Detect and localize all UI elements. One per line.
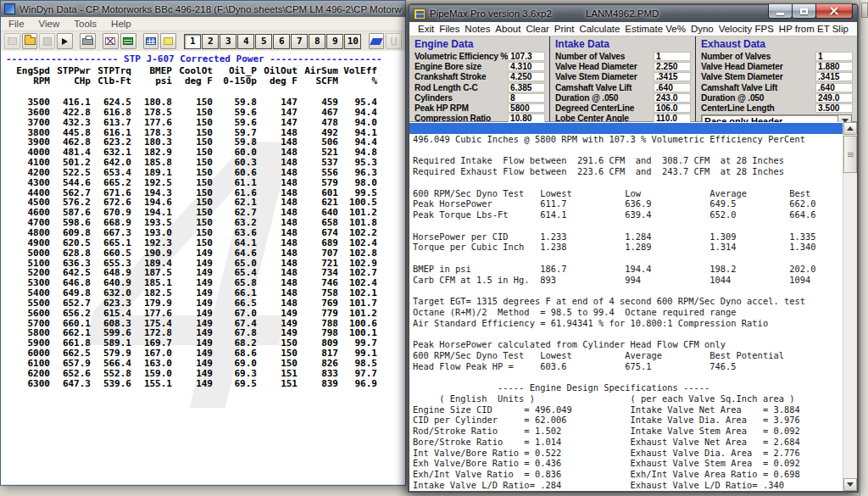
attach-button[interactable] (386, 33, 402, 49)
table-cell: 178.5 (131, 108, 172, 118)
output-line: Required Exhaust Flow between 223.6 CFM … (413, 166, 843, 177)
field-value-camshaft-valve-lift[interactable]: .640 (654, 83, 691, 92)
pipemax-menu-dyno[interactable]: Dyno (691, 24, 714, 34)
scrollbar-thumb[interactable] (843, 136, 857, 173)
output-line: ( English Units ) ( per each Valve Sq.In… (413, 393, 843, 404)
page-button-2[interactable]: 2 (202, 34, 219, 49)
output-line: 600 RPM/Sec Dyno Test Lowest Average Bes… (413, 350, 843, 361)
note-icon (164, 37, 173, 45)
toolbar-separator (97, 41, 101, 42)
field-value-crankshaft-stroke[interactable]: 4.250 (508, 72, 545, 81)
open-file-button[interactable] (22, 33, 38, 49)
chart-icon (105, 37, 115, 45)
field-value-number-of-valves[interactable]: 1 (654, 52, 691, 61)
page-button-6[interactable]: 6 (273, 34, 290, 49)
pipemax-menu-files[interactable]: Files (439, 24, 459, 34)
page-button-7[interactable]: 7 (291, 34, 308, 49)
field-value-valve-stem-diameter[interactable]: .3415 (654, 72, 691, 81)
page-button-4[interactable]: 4 (237, 34, 254, 49)
page-button-9[interactable]: 9 (326, 34, 343, 49)
field-value-valve-head-diameter[interactable]: 1.880 (815, 62, 853, 71)
table-cell: 147 (257, 108, 298, 118)
pen-tool-button[interactable] (369, 33, 385, 49)
field-label-cylinders: Cylinders (415, 93, 453, 103)
field-value-duration-050[interactable]: 243.0 (654, 93, 691, 103)
field-value-engine-bore-size[interactable]: 4.310 (508, 62, 545, 71)
field-value-valve-stem-diameter[interactable]: .3415 (815, 72, 853, 81)
selected-line (409, 123, 843, 134)
windyn-menubar: FileViewToolsHelp (1, 17, 405, 31)
document-icon (8, 37, 17, 45)
table-cell: 149 (172, 298, 213, 309)
field-label-camshaft-valve-lift: Camshaft Valve Lift (701, 83, 777, 92)
import-button[interactable] (4, 33, 20, 49)
pipemax-menu-hp-from-et-slip[interactable]: HP from ET Slip (779, 24, 849, 34)
table-cell: 653.4 (91, 168, 131, 178)
play-button[interactable] (57, 33, 73, 49)
table-cell: 556 (298, 168, 338, 178)
windyn-menu-help[interactable]: Help (111, 19, 131, 29)
results-text[interactable]: 496.049 Cubic Inches @ 5800 RPM with 107… (409, 122, 843, 491)
field-value-peak-hp-rpm[interactable]: 5800 (508, 103, 545, 113)
table-cell: 149 (172, 309, 213, 319)
page-button-1[interactable]: 1 (184, 34, 201, 49)
field-value-cylinders[interactable]: 8 (508, 93, 545, 103)
table-cell: 59.6 (213, 108, 257, 118)
maximize-button[interactable] (792, 4, 816, 19)
pipemax-menu-estimate-ve[interactable]: Estimate Ve% (625, 24, 686, 34)
field-value-volumetric-efficiency[interactable]: 107.3 (508, 52, 545, 61)
page-button-8[interactable]: 8 (309, 34, 326, 49)
panel-title: Exhaust Data (701, 38, 853, 50)
save-button[interactable] (39, 33, 55, 49)
pipemax-menu-clear[interactable]: Clear (526, 24, 548, 34)
pipemax-menu-notes[interactable]: Notes (465, 24, 490, 34)
output-line: Peak Torque Lbs-Ft 614.1 639.4 652.0 664… (413, 209, 843, 220)
table-row: 4200522.5653.4189.115060.614855696.3 (6, 168, 405, 178)
minimize-button[interactable] (768, 4, 793, 19)
table-cell: 623.3 (91, 298, 131, 309)
table-cell: 826 (298, 359, 338, 369)
field-value-centerline-length[interactable]: 3.500 (815, 103, 853, 113)
field-label-duration-050: Duration @ .050 (555, 93, 618, 103)
table-cell: 190.9 (131, 248, 172, 259)
field-value-duration-050[interactable]: 249.0 (815, 93, 853, 103)
page-button-10[interactable]: 10 (344, 34, 361, 49)
output-line: Rod/Stroke Ratio = 1.502 Intake Valve St… (413, 426, 843, 437)
page-button-5[interactable]: 5 (255, 34, 272, 49)
graph-edit-button[interactable] (103, 33, 119, 49)
page-button-3[interactable]: 3 (220, 34, 236, 49)
grid-view-button[interactable] (143, 33, 159, 49)
field-row: Duration @ .050243.0 (555, 92, 691, 103)
scroll-down-button[interactable] (843, 478, 857, 491)
pipemax-menu-calculate[interactable]: Calculate (579, 24, 620, 34)
pipemax-menu-print[interactable]: Print (554, 24, 575, 34)
field-value-rod-length-c-c[interactable]: 6.385 (508, 83, 545, 92)
field-label-camshaft-valve-lift: Camshaft Valve Lift (555, 83, 632, 92)
field-row: Cylinders8 (415, 92, 545, 103)
field-value-camshaft-valve-lift[interactable]: .640 (815, 83, 853, 92)
field-value-valve-head-diameter[interactable]: 2.250 (654, 62, 691, 71)
pipemax-titlebar[interactable]: PipeMax Pro version 3.6xp2 LANM4962.PMD (409, 5, 857, 22)
close-button[interactable] (815, 4, 853, 19)
sheet-edit-button[interactable] (120, 33, 136, 49)
table-cell: 647.3 (50, 379, 91, 389)
table-cell: 150 (172, 118, 213, 128)
windyn-menu-tools[interactable]: Tools (74, 19, 97, 29)
table-cell: 707 (298, 248, 338, 259)
notes-button[interactable] (160, 33, 176, 49)
table-cell: 657.9 (50, 359, 91, 369)
vertical-scrollbar[interactable] (843, 122, 857, 491)
windyn-menu-view[interactable]: View (39, 19, 60, 29)
field-value-degreed-centerline[interactable]: 106.0 (654, 103, 691, 113)
windyn-menu-file[interactable]: File (8, 19, 25, 29)
scroll-up-button[interactable] (843, 122, 857, 135)
pipemax-menu-exit[interactable]: Exit (418, 24, 434, 34)
print-button[interactable] (80, 33, 96, 49)
pipemax-menu-velocity-fps[interactable]: Velocity FPS (719, 24, 774, 34)
col-unit: RPM (6, 76, 50, 86)
table-cell: 539.6 (91, 379, 131, 389)
dyno-report-area[interactable]: 4 -------------------- STP J-607 Correct… (1, 51, 405, 484)
windyn-titlebar[interactable]: WinDyn Data - CP Motorworks BBc 496-218 … (1, 1, 405, 17)
pipemax-menu-about[interactable]: About (495, 24, 520, 34)
field-value-number-of-valves[interactable]: 1 (815, 52, 853, 61)
